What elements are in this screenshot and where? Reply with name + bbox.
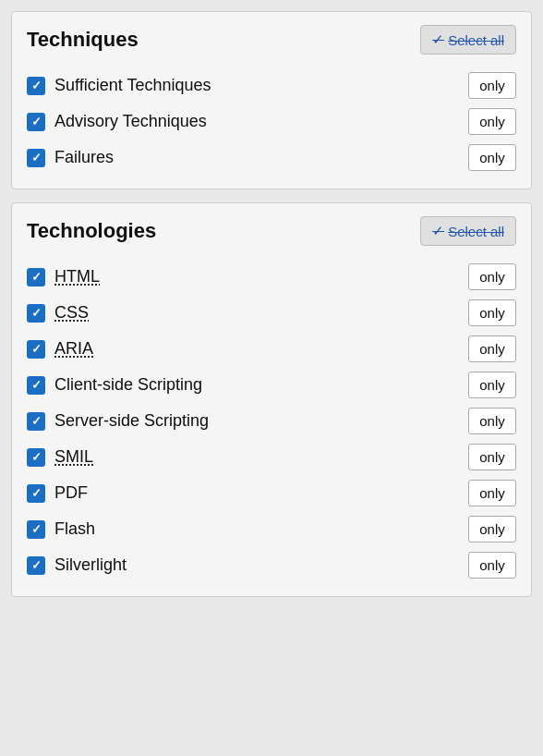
label-advisory: Advisory Techniques	[54, 112, 207, 131]
label-silverlight: Silverlight	[54, 555, 127, 575]
only-button-client-scripting[interactable]: only	[468, 372, 516, 398]
item-left: PDF	[27, 483, 88, 503]
only-button-css[interactable]: only	[468, 299, 516, 326]
list-item: ARIAonly	[27, 331, 516, 367]
checkbox-html[interactable]	[27, 268, 45, 287]
checkbox-pdf[interactable]	[27, 484, 45, 503]
list-item: Silverlightonly	[27, 547, 516, 583]
item-left: Advisory Techniques	[27, 112, 207, 131]
techniques-select-all-label: Select all	[448, 32, 504, 48]
item-left: SMIL	[27, 447, 93, 467]
only-button-silverlight[interactable]: only	[468, 552, 516, 579]
label-failures: Failures	[54, 148, 114, 167]
label-sufficient: Sufficient Techniques	[54, 76, 211, 95]
technologies-section: Technologies ✓ Select all HTMLonlyCSSonl…	[11, 202, 532, 597]
label-aria: ARIA	[54, 339, 93, 359]
label-server-scripting: Server-side Scripting	[54, 411, 209, 431]
techniques-header: Techniques ✓ Select all	[27, 25, 516, 55]
checkbox-advisory[interactable]	[27, 113, 45, 131]
technologies-header: Technologies ✓ Select all	[27, 216, 516, 246]
item-left: ARIA	[27, 339, 93, 359]
technologies-select-all-label: Select all	[448, 224, 504, 239]
technologies-items-list: HTMLonlyCSSonlyARIAonlyClient-side Scrip…	[27, 259, 516, 583]
checkbox-flash[interactable]	[27, 520, 45, 539]
item-left: CSS	[27, 303, 89, 323]
only-button-sufficient[interactable]: only	[468, 72, 516, 99]
checkbox-css[interactable]	[27, 304, 45, 323]
checkbox-failures[interactable]	[27, 149, 45, 167]
techniques-section: Techniques ✓ Select all Sufficient Techn…	[11, 11, 532, 189]
list-item: Client-side Scriptingonly	[27, 367, 516, 403]
only-button-server-scripting[interactable]: only	[468, 408, 516, 434]
label-html: HTML	[54, 267, 100, 287]
list-item: PDFonly	[27, 475, 516, 511]
checkbox-server-scripting[interactable]	[27, 412, 45, 431]
item-left: Silverlight	[27, 555, 127, 575]
list-item: Sufficient Techniquesonly	[27, 67, 516, 104]
label-pdf: PDF	[54, 483, 88, 503]
item-left: Client-side Scripting	[27, 375, 202, 395]
only-button-html[interactable]: only	[468, 263, 516, 290]
check-icon: ✓	[432, 31, 444, 48]
list-item: Failuresonly	[27, 140, 516, 176]
list-item: Advisory Techniquesonly	[27, 104, 516, 140]
list-item: CSSonly	[27, 295, 516, 331]
checkbox-client-scripting[interactable]	[27, 376, 45, 395]
only-button-flash[interactable]: only	[468, 516, 516, 543]
list-item: Flashonly	[27, 511, 516, 547]
checkbox-silverlight[interactable]	[27, 556, 45, 575]
item-left: Server-side Scripting	[27, 411, 209, 431]
only-button-aria[interactable]: only	[468, 335, 516, 362]
label-flash: Flash	[54, 519, 95, 539]
techniques-items-list: Sufficient TechniquesonlyAdvisory Techni…	[27, 67, 516, 176]
list-item: HTMLonly	[27, 259, 516, 295]
only-button-smil[interactable]: only	[468, 444, 516, 470]
only-button-pdf[interactable]: only	[468, 480, 516, 506]
checkbox-sufficient[interactable]	[27, 77, 45, 95]
label-smil: SMIL	[54, 447, 93, 467]
label-css: CSS	[54, 303, 89, 323]
checkbox-smil[interactable]	[27, 448, 45, 467]
item-left: Failures	[27, 148, 114, 167]
item-left: HTML	[27, 267, 100, 287]
item-left: Sufficient Techniques	[27, 76, 211, 95]
only-button-failures[interactable]: only	[468, 144, 516, 171]
list-item: SMILonly	[27, 439, 516, 475]
item-left: Flash	[27, 519, 95, 539]
checkbox-aria[interactable]	[27, 340, 45, 359]
techniques-title: Techniques	[27, 28, 139, 52]
technologies-title: Technologies	[27, 219, 156, 243]
list-item: Server-side Scriptingonly	[27, 403, 516, 439]
check-icon: ✓	[432, 223, 444, 239]
only-button-advisory[interactable]: only	[468, 108, 516, 135]
techniques-select-all-button[interactable]: ✓ Select all	[420, 25, 516, 55]
label-client-scripting: Client-side Scripting	[54, 375, 202, 395]
technologies-select-all-button[interactable]: ✓ Select all	[420, 216, 516, 246]
